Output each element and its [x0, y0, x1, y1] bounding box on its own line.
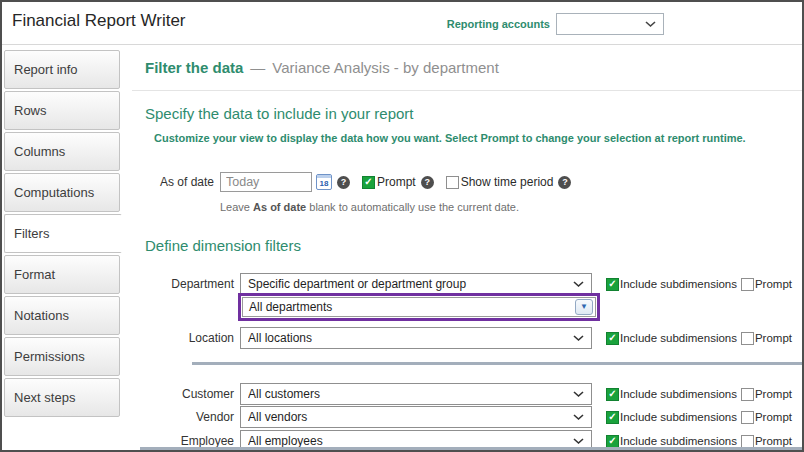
- customer-filter-select[interactable]: All customers: [240, 383, 592, 405]
- page-title-row: Filter the data — Variance Analysis - by…: [132, 45, 802, 91]
- help-icon[interactable]: ?: [337, 176, 350, 189]
- vendor-filter-select[interactable]: All vendors: [240, 406, 592, 428]
- chevron-down-icon: [573, 335, 584, 342]
- customer-label: Customer: [132, 387, 234, 401]
- filter-row-customer: Customer All customers ✓ Include subdime…: [132, 383, 802, 405]
- checkbox-checked-icon: ✓: [606, 278, 619, 291]
- filter-row-vendor: Vendor All vendors ✓ Include subdimensio…: [132, 406, 802, 428]
- checkbox-checked-icon: ✓: [606, 435, 619, 448]
- calendar-icon[interactable]: 18: [316, 174, 332, 190]
- include-subdimensions-checkbox[interactable]: ✓ Include subdimensions: [606, 411, 737, 424]
- sidebar-item-permissions[interactable]: Permissions: [4, 337, 120, 376]
- filter-row-location: Location All locations ✓ Include subdime…: [132, 327, 802, 349]
- include-subdimensions-checkbox[interactable]: ✓ Include subdimensions: [606, 435, 737, 448]
- checkbox-checked-icon: ✓: [362, 176, 375, 189]
- checkbox-checked-icon: ✓: [606, 411, 619, 424]
- include-subdimensions-checkbox[interactable]: ✓ Include subdimensions: [606, 388, 737, 401]
- specify-section-heading: Specify the data to include in your repo…: [145, 105, 414, 122]
- as-of-date-input[interactable]: [220, 172, 312, 192]
- sidebar-nav: Report info Rows Columns Computations Fi…: [2, 45, 120, 450]
- as-of-date-row: As of date 18 ? ✓ Prompt ? Show time per…: [132, 172, 571, 192]
- sidebar-item-rows[interactable]: Rows: [4, 91, 120, 130]
- department-value-highlight: All departments ▼: [238, 293, 600, 321]
- title-separator: —: [250, 59, 265, 76]
- section-divider: [192, 362, 802, 365]
- reporting-accounts-select[interactable]: [556, 13, 664, 35]
- as-of-date-label: As of date: [132, 175, 214, 189]
- checkbox-unchecked-icon: [741, 411, 754, 424]
- department-value-select[interactable]: All departments ▼: [242, 297, 596, 317]
- as-of-date-note: Leave As of date blank to automatically …: [220, 201, 519, 213]
- chevron-down-icon: [645, 21, 656, 28]
- chevron-down-icon: [573, 414, 584, 421]
- sidebar-item-filters[interactable]: Filters: [4, 214, 122, 253]
- specify-section-description: Customize your view to display the data …: [154, 132, 746, 144]
- chevron-down-icon: [573, 438, 584, 445]
- checkbox-unchecked-icon: [741, 332, 754, 345]
- department-filter-select[interactable]: Specific department or department group: [240, 273, 592, 295]
- reporting-accounts-group: Reporting accounts: [447, 13, 664, 35]
- sidebar-item-computations[interactable]: Computations: [4, 173, 120, 212]
- prompt-checkbox[interactable]: Prompt: [741, 278, 792, 291]
- checkbox-unchecked-icon: [741, 435, 754, 448]
- checkbox-unchecked-icon: [446, 176, 459, 189]
- prompt-checkbox[interactable]: Prompt: [741, 388, 792, 401]
- checkbox-unchecked-icon: [741, 388, 754, 401]
- horizontal-scrollbar[interactable]: [140, 447, 802, 452]
- reporting-accounts-label: Reporting accounts: [447, 18, 550, 30]
- dimension-filters-heading: Define dimension filters: [145, 237, 301, 254]
- prompt-checkbox[interactable]: Prompt: [741, 332, 792, 345]
- location-label: Location: [132, 331, 234, 345]
- checkbox-unchecked-icon: [741, 278, 754, 291]
- filter-row-department: Department Specific department or depart…: [132, 273, 802, 295]
- help-icon[interactable]: ?: [421, 176, 434, 189]
- checkbox-checked-icon: ✓: [606, 388, 619, 401]
- chevron-down-icon: [573, 391, 584, 398]
- prompt-checkbox[interactable]: ✓ Prompt: [362, 175, 416, 189]
- include-subdimensions-checkbox[interactable]: ✓ Include subdimensions: [606, 278, 737, 291]
- department-label: Department: [132, 277, 234, 291]
- main-content: Filter the data — Variance Analysis - by…: [132, 45, 802, 450]
- location-filter-select[interactable]: All locations: [240, 327, 592, 349]
- prompt-checkbox[interactable]: Prompt: [741, 411, 792, 424]
- app-header: Financial Report Writer Reporting accoun…: [2, 2, 802, 45]
- prompt-checkbox[interactable]: Prompt: [741, 435, 792, 448]
- sidebar-item-next-steps[interactable]: Next steps: [4, 378, 120, 417]
- checkbox-checked-icon: ✓: [606, 332, 619, 345]
- app-title: Financial Report Writer: [12, 11, 186, 31]
- sidebar-item-notations[interactable]: Notations: [4, 296, 120, 335]
- dropdown-button[interactable]: ▼: [575, 299, 593, 315]
- dropdown-arrow-icon: ▼: [580, 303, 588, 311]
- show-time-period-checkbox[interactable]: Show time period: [446, 175, 554, 189]
- vendor-label: Vendor: [132, 410, 234, 424]
- sidebar-item-columns[interactable]: Columns: [4, 132, 120, 171]
- chevron-down-icon: [573, 281, 584, 288]
- sidebar-item-report-info[interactable]: Report info: [4, 50, 120, 89]
- help-icon[interactable]: ?: [558, 176, 571, 189]
- employee-label: Employee: [132, 434, 234, 448]
- include-subdimensions-checkbox[interactable]: ✓ Include subdimensions: [606, 332, 737, 345]
- report-name: Variance Analysis - by department: [272, 59, 499, 76]
- page-title: Filter the data: [145, 59, 243, 76]
- app-window: Financial Report Writer Reporting accoun…: [0, 0, 804, 452]
- sidebar-item-format[interactable]: Format: [4, 255, 120, 294]
